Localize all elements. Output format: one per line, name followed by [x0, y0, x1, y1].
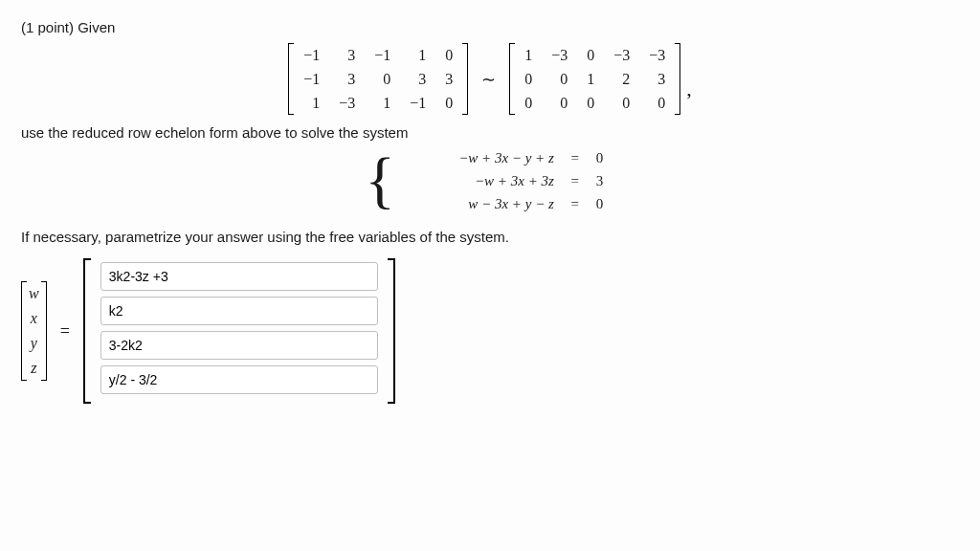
answer-input-y[interactable]: [100, 331, 378, 360]
bracket-left-icon: [83, 258, 91, 404]
instruction-rref: use the reduced row echelon form above t…: [21, 124, 959, 141]
variable-vector: w x y z: [21, 281, 47, 381]
equation-row: −w + 3x + 3z = 3: [401, 169, 615, 192]
equation-row: −w + 3x − y + z = 0: [401, 146, 615, 169]
var-y: y: [27, 331, 41, 356]
var-w: w: [27, 281, 41, 306]
trailing-comma: ,: [686, 77, 692, 115]
equals-sign: =: [47, 321, 83, 342]
answer-input-x[interactable]: [100, 297, 378, 325]
row-equiv-symbol: ∼: [468, 69, 509, 90]
answer-input-w[interactable]: [100, 262, 378, 291]
matrix-b: 1−30−3−3 00123 00000: [509, 43, 680, 115]
equation-row: w − 3x + y − z = 0: [401, 192, 615, 215]
problem-header: (1 point) Given: [21, 19, 959, 35]
matrix-a: −13−110 −13033 1−31−10: [288, 43, 468, 115]
var-x: x: [27, 306, 41, 331]
var-z: z: [27, 356, 41, 381]
answer-input-z[interactable]: [100, 365, 378, 394]
instruction-parametrize: If necessary, parametrize your answer us…: [21, 229, 959, 245]
equation-system: { −w + 3x − y + z = 0 −w + 3x + 3z = 3 w…: [21, 146, 959, 215]
bracket-right-icon: [388, 258, 395, 404]
matrix-equivalence: −13−110 −13033 1−31−10 ∼ 1−30−3−3 00123 …: [21, 43, 959, 115]
brace-icon: {: [365, 148, 395, 217]
